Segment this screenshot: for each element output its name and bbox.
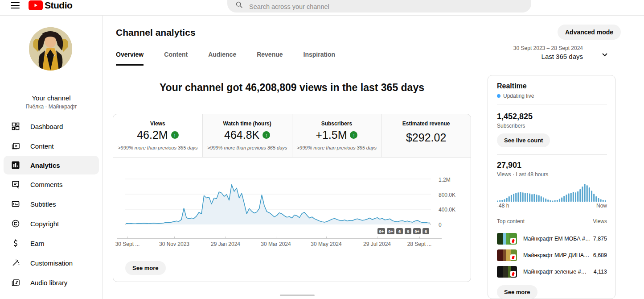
video-views: 6,689 (593, 252, 607, 258)
tabs-divider (103, 68, 644, 68)
x-axis-label: 29 Jan 2024 (201, 241, 250, 247)
sidebar-item-label: Earn (30, 240, 45, 247)
analytics-tabs: Overview Content Audience Revenue Inspir… (116, 51, 335, 66)
copyright-icon (11, 219, 21, 228)
metric-label: Estimated revenue (381, 120, 471, 127)
event-badge[interactable]: 6 (422, 228, 429, 234)
sidebar-item-subtitles[interactable]: Subtitles (0, 194, 103, 214)
video-title: Майнкрафт ЕМ МОБА #… (523, 236, 590, 242)
audio-library-icon (11, 278, 21, 287)
sidebar-item-label: Copyright (30, 220, 59, 228)
sidebar-item-label: Customisation (30, 259, 73, 267)
earn-icon (11, 238, 21, 248)
channel-name: Your channel (0, 94, 103, 102)
x-axis-tick (174, 237, 175, 238)
realtime-see-more-button[interactable]: See more (497, 285, 537, 299)
metric-views[interactable]: Views 46.2M ↑ >999% more than previous 3… (113, 114, 203, 158)
realtime-subscribers-label: Subscribers (497, 123, 525, 129)
sidebar: Your channel Пчёлка - Майнкрафт Dashboar… (0, 16, 103, 299)
metric-value: $292.02 (406, 131, 446, 144)
sidebar-item-copyright[interactable]: Copyright (0, 214, 103, 233)
date-range-dates: 30 Sept 2023 – 28 Sept 2024 (464, 45, 583, 51)
top-bar: Studio Search across your channel (0, 0, 644, 16)
page-title: Channel analytics (116, 27, 196, 38)
tab-inspiration[interactable]: Inspiration (304, 51, 336, 66)
horizontal-scrollbar[interactable] (280, 295, 315, 296)
sidebar-item-label: Dashboard (30, 123, 63, 130)
sidebar-nav: Dashboard Content (0, 116, 103, 292)
sidebar-item-audio-library[interactable]: Audio library (0, 273, 103, 292)
event-badge[interactable]: 9+ (413, 228, 421, 234)
x-axis-label: 30 Mar 2024 (251, 241, 300, 247)
views-line-chart[interactable] (125, 178, 431, 225)
x-axis-tick (377, 237, 377, 238)
y-axis-label: 800.0K (439, 192, 465, 198)
y-axis-label: 400.0K (439, 207, 465, 213)
sidebar-item-dashboard[interactable]: Dashboard (0, 116, 103, 136)
updating-live-label: Updating live (503, 93, 534, 99)
metric-watch-time[interactable]: Watch time (hours) 464.8K ↑ >999% more t… (203, 114, 292, 158)
x-axis-label: 29 Jul 2024 (353, 241, 402, 247)
metric-estimated-revenue[interactable]: Estimated revenue $292.02 (381, 114, 471, 158)
advanced-mode-button[interactable]: Advanced mode (558, 25, 621, 40)
sidebar-item-label: Audio library (30, 279, 67, 287)
youtube-play-icon (29, 0, 43, 10)
event-badge[interactable]: 9+ (387, 228, 394, 234)
x-axis-tick (419, 237, 420, 238)
channel-avatar[interactable] (29, 27, 72, 71)
metric-value: 46.2M (137, 129, 168, 141)
divider (497, 104, 607, 104)
metric-note: >999% more than previous 365 days (113, 145, 202, 150)
x-axis-line (117, 238, 442, 239)
see-live-count-button[interactable]: See live count (497, 133, 550, 147)
metric-subscribers[interactable]: Subscribers +1.5M ↑ >999% more than prev… (292, 114, 382, 158)
search-placeholder: Search across your channel (249, 3, 329, 10)
views-column-label: Views (593, 218, 607, 224)
youtube-studio-logo[interactable]: Studio (29, 0, 72, 11)
sidebar-item-label: Subtitles (30, 200, 56, 208)
realtime-bar-chart[interactable] (497, 183, 607, 202)
axis-right-label: Now (596, 203, 607, 209)
video-thumbnail (497, 266, 517, 278)
sidebar-item-analytics[interactable]: Analytics (4, 156, 99, 174)
top-content-row[interactable]: Майнкрафт зеленые #… 4,113 (497, 266, 607, 278)
sidebar-item-customisation[interactable]: Customisation (0, 253, 103, 273)
logo-text: Studio (45, 0, 72, 11)
sidebar-item-comments[interactable]: Comments (0, 174, 103, 194)
search-icon (235, 1, 243, 10)
sidebar-item-content[interactable]: Content (0, 136, 103, 156)
updating-live-status: Updating live (497, 93, 534, 99)
see-more-button[interactable]: See more (125, 261, 166, 275)
top-content-header: Top content Views (497, 218, 607, 224)
event-badge[interactable]: 6 (396, 228, 403, 234)
chevron-down-icon[interactable] (600, 50, 609, 61)
top-content-row[interactable]: Майнкрафт ЕМ МОБА #… 7,875 (497, 233, 607, 245)
customisation-icon (11, 258, 21, 268)
date-range-picker[interactable]: 30 Sept 2023 – 28 Sept 2024 Last 365 day… (464, 45, 583, 60)
tab-overview[interactable]: Overview (116, 51, 144, 66)
analytics-card: Views 46.2M ↑ >999% more than previous 3… (113, 114, 471, 282)
x-axis-label: 28 Sept ... (395, 241, 444, 247)
comments-icon (11, 179, 21, 189)
video-thumbnail (497, 249, 517, 261)
realtime-panel: Realtime Updating live 1,452,825 Subscri… (488, 75, 615, 299)
metric-value: 464.8K (224, 129, 259, 141)
dashboard-icon (11, 121, 21, 131)
axis-left-label: -48 h (497, 203, 509, 209)
metric-note: >999% more than previous 365 days (203, 145, 292, 150)
tab-audience[interactable]: Audience (208, 51, 236, 66)
video-title: Майнкрафт МИР ДИНА… (523, 252, 590, 258)
top-content-row[interactable]: Майнкрафт МИР ДИНА… 6,689 (497, 249, 607, 261)
event-badge[interactable]: 9 (405, 228, 411, 234)
video-views: 7,875 (593, 236, 607, 242)
event-badge[interactable]: 9+ (377, 228, 385, 234)
hamburger-menu-icon[interactable] (11, 0, 20, 8)
y-axis-label: 0 (439, 222, 465, 228)
metric-value: +1.5M (316, 129, 347, 141)
tab-revenue[interactable]: Revenue (257, 51, 283, 66)
tab-content[interactable]: Content (164, 51, 188, 66)
search-input[interactable]: Search across your channel (227, 0, 531, 12)
sidebar-item-earn[interactable]: Earn (0, 233, 103, 253)
content-icon (11, 141, 21, 151)
live-dot-icon (497, 94, 500, 98)
